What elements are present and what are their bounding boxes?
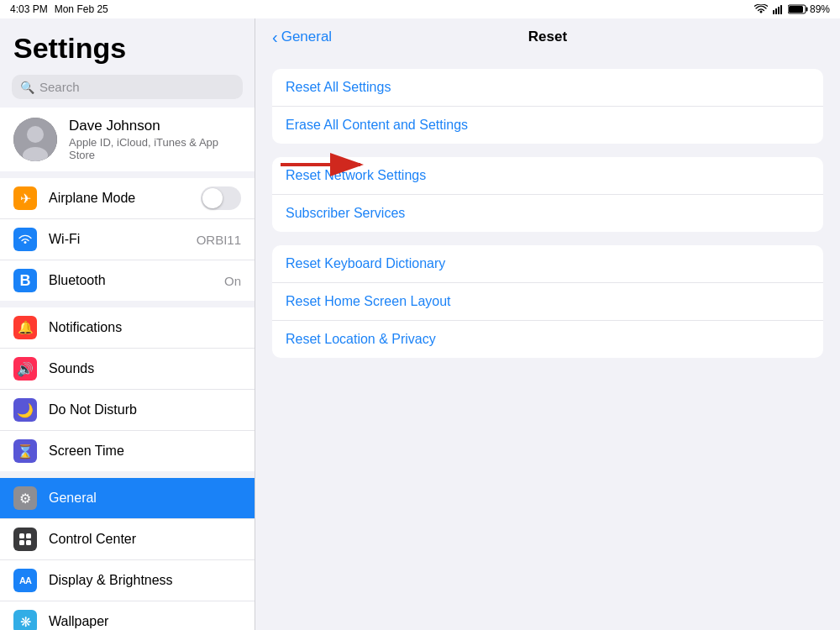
svg-rect-5 xyxy=(806,8,807,12)
svg-rect-3 xyxy=(780,5,782,14)
donotdisturb-icon: 🌙 xyxy=(13,398,37,422)
sidebar-item-notifications[interactable]: 🔔 Notifications xyxy=(0,307,255,349)
toggle-knob xyxy=(202,188,223,208)
sidebar-group-connectivity: ✈ Airplane Mode Wi-Fi ORBI11 B xyxy=(0,178,255,301)
sidebar-item-controlcenter[interactable]: Control Center xyxy=(0,519,255,560)
svg-rect-12 xyxy=(19,540,24,545)
subscriber-services-label: Subscriber Services xyxy=(286,206,405,220)
annotation-arrow xyxy=(272,146,373,183)
svg-rect-0 xyxy=(773,10,774,14)
reset-keyboard-item[interactable]: Reset Keyboard Dictionary xyxy=(272,245,823,283)
avatar xyxy=(13,118,57,161)
search-placeholder: Search xyxy=(39,80,80,94)
right-header: ‹ General Reset xyxy=(255,18,840,55)
reset-all-settings-label: Reset All Settings xyxy=(286,80,391,94)
sidebar-title: Settings xyxy=(0,18,255,71)
back-button[interactable]: ‹ General xyxy=(272,29,332,45)
wifi-label: Wi-Fi xyxy=(49,232,185,247)
battery-indicator: 89% xyxy=(788,3,830,15)
profile-info: Dave Johnson Apple ID, iCloud, iTunes & … xyxy=(69,118,241,161)
sidebar-item-airplane[interactable]: ✈ Airplane Mode xyxy=(0,178,255,219)
sidebar-group-display: ⚙ General Control Center AA Display & Br… xyxy=(0,478,255,630)
wifi-setting-icon xyxy=(13,228,37,251)
sidebar-item-screentime[interactable]: ⌛ Screen Time xyxy=(0,431,255,471)
notifications-label: Notifications xyxy=(49,320,241,335)
reset-homescreen-label: Reset Home Screen Layout xyxy=(286,294,451,308)
content-area: Reset All Settings Erase All Content and… xyxy=(255,55,840,630)
search-icon: 🔍 xyxy=(20,81,34,94)
sounds-icon: 🔊 xyxy=(13,357,37,381)
battery-percent: 89% xyxy=(810,3,830,15)
airplane-label: Airplane Mode xyxy=(49,191,189,206)
status-date: Mon Feb 25 xyxy=(55,3,108,15)
sidebar-item-wifi[interactable]: Wi-Fi ORBI11 xyxy=(0,219,255,260)
screentime-label: Screen Time xyxy=(49,444,241,459)
status-time: 4:03 PM xyxy=(10,3,48,15)
donotdisturb-label: Do Not Disturb xyxy=(49,402,241,417)
wifi-value: ORBI11 xyxy=(197,233,241,247)
reset-location-item[interactable]: Reset Location & Privacy xyxy=(272,321,823,358)
section-group-1: Reset All Settings Erase All Content and… xyxy=(272,69,823,144)
svg-rect-6 xyxy=(789,6,803,13)
sidebar-item-general[interactable]: ⚙ General xyxy=(0,478,255,519)
svg-rect-2 xyxy=(778,7,780,14)
status-bar-right: 89% xyxy=(754,3,830,15)
reset-keyboard-label: Reset Keyboard Dictionary xyxy=(286,256,445,270)
status-bar-left: 4:03 PM Mon Feb 25 xyxy=(10,3,108,15)
bluetooth-label: Bluetooth xyxy=(49,273,213,288)
reset-homescreen-item[interactable]: Reset Home Screen Layout xyxy=(272,283,823,321)
notifications-icon: 🔔 xyxy=(13,316,37,339)
svg-rect-10 xyxy=(19,533,24,538)
back-chevron-icon: ‹ xyxy=(272,29,278,45)
arrow-annotation xyxy=(272,146,373,183)
wallpaper-label: Wallpaper xyxy=(49,614,241,629)
search-bar[interactable]: 🔍 Search xyxy=(12,75,243,99)
svg-rect-13 xyxy=(26,540,31,545)
controlcenter-label: Control Center xyxy=(49,532,241,547)
general-label: General xyxy=(49,491,241,506)
sidebar-group-alerts: 🔔 Notifications 🔊 Sounds 🌙 Do Not Distur… xyxy=(0,307,255,471)
wifi-icon xyxy=(754,4,768,14)
profile-section[interactable]: Dave Johnson Apple ID, iCloud, iTunes & … xyxy=(0,108,255,171)
right-panel: ‹ General Reset xyxy=(255,18,840,630)
general-icon: ⚙ xyxy=(13,486,37,510)
section-group-3: Reset Keyboard Dictionary Reset Home Scr… xyxy=(272,245,823,358)
battery-icon xyxy=(788,4,808,14)
reset-all-settings-item[interactable]: Reset All Settings xyxy=(272,69,823,107)
reset-location-label: Reset Location & Privacy xyxy=(286,332,436,346)
erase-all-content-label: Erase All Content and Settings xyxy=(286,118,468,132)
screentime-icon: ⌛ xyxy=(13,439,37,463)
subscriber-services-item[interactable]: Subscriber Services xyxy=(272,195,823,232)
sounds-label: Sounds xyxy=(49,361,241,376)
profile-name: Dave Johnson xyxy=(69,118,241,134)
signal-icon xyxy=(773,4,783,14)
erase-all-content-item[interactable]: Erase All Content and Settings xyxy=(272,107,823,144)
sidebar-item-sounds[interactable]: 🔊 Sounds xyxy=(0,349,255,390)
airplane-icon: ✈ xyxy=(13,186,37,210)
svg-point-8 xyxy=(27,126,44,143)
status-bar: 4:03 PM Mon Feb 25 89% xyxy=(0,0,840,18)
sidebar-item-bluetooth[interactable]: B Bluetooth On xyxy=(0,260,255,301)
profile-subtitle: Apple ID, iCloud, iTunes & App Store xyxy=(69,136,241,161)
display-label: Display & Brightness xyxy=(49,573,241,588)
display-icon: AA xyxy=(13,569,37,592)
sidebar: Settings 🔍 Search Dave Johnson Apple ID,… xyxy=(0,18,255,630)
back-label: General xyxy=(281,29,332,45)
wallpaper-icon: ❋ xyxy=(13,610,37,630)
main-layout: Settings 🔍 Search Dave Johnson Apple ID,… xyxy=(0,18,840,630)
sidebar-item-donotdisturb[interactable]: 🌙 Do Not Disturb xyxy=(0,390,255,431)
svg-rect-1 xyxy=(775,8,777,14)
controlcenter-icon xyxy=(13,528,37,551)
airplane-toggle[interactable] xyxy=(201,186,241,210)
sidebar-item-wallpaper[interactable]: ❋ Wallpaper xyxy=(0,601,255,630)
bluetooth-value: On xyxy=(224,274,241,288)
svg-rect-11 xyxy=(26,533,31,538)
right-panel-title: Reset xyxy=(528,29,567,45)
sidebar-item-displaybrightness[interactable]: AA Display & Brightness xyxy=(0,560,255,601)
bluetooth-icon: B xyxy=(13,269,37,292)
